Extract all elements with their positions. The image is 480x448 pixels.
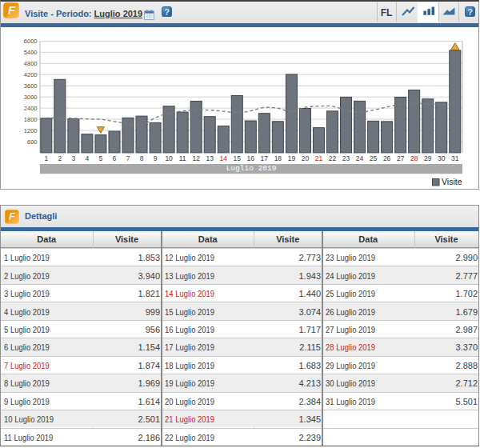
svg-text:11: 11 xyxy=(179,154,186,162)
svg-text:30: 30 xyxy=(438,154,446,162)
svg-text:?: ? xyxy=(467,6,473,16)
svg-text:1800: 1800 xyxy=(24,115,38,122)
svg-text:1200: 1200 xyxy=(24,126,38,134)
svg-text:26: 26 xyxy=(383,154,391,162)
svg-text:3000: 3000 xyxy=(24,94,38,101)
svg-text:6: 6 xyxy=(113,154,117,162)
svg-text:22: 22 xyxy=(329,154,337,162)
svg-text:13: 13 xyxy=(206,154,214,162)
svg-text:Visite: Visite xyxy=(442,177,462,186)
svg-text:31: 31 xyxy=(451,154,459,162)
svg-text:?: ? xyxy=(164,6,170,16)
svg-text:Luglio 2019: Luglio 2019 xyxy=(226,164,277,173)
svg-text:4: 4 xyxy=(86,154,90,162)
svg-text:18: 18 xyxy=(274,154,282,162)
svg-text:21: 21 xyxy=(315,154,323,162)
svg-text:25: 25 xyxy=(370,154,378,162)
svg-text:5400: 5400 xyxy=(24,49,38,56)
svg-text:F: F xyxy=(8,3,16,17)
svg-text:3: 3 xyxy=(72,154,76,162)
svg-text:20: 20 xyxy=(302,154,310,162)
svg-text:2400: 2400 xyxy=(24,104,38,111)
svg-text:F: F xyxy=(9,210,15,222)
svg-text:17: 17 xyxy=(261,154,269,162)
svg-text:16: 16 xyxy=(247,154,255,162)
svg-text:2: 2 xyxy=(58,154,62,162)
svg-text:23: 23 xyxy=(342,154,350,162)
svg-text:12: 12 xyxy=(192,154,200,162)
svg-text:29: 29 xyxy=(424,154,432,162)
svg-text:3600: 3600 xyxy=(24,82,38,90)
svg-text:1: 1 xyxy=(44,154,48,162)
svg-text:14: 14 xyxy=(220,154,228,162)
svg-text:9: 9 xyxy=(154,154,158,162)
svg-text:27: 27 xyxy=(397,154,405,162)
svg-text:4800: 4800 xyxy=(24,60,38,67)
svg-text:15: 15 xyxy=(234,154,242,162)
svg-text:600: 600 xyxy=(27,138,38,145)
svg-text:7: 7 xyxy=(126,154,130,162)
svg-text:10: 10 xyxy=(165,154,173,162)
svg-text:8: 8 xyxy=(140,154,144,162)
svg-text:19: 19 xyxy=(288,154,296,162)
svg-text:24: 24 xyxy=(356,154,364,162)
svg-text:5: 5 xyxy=(99,154,103,162)
svg-text:6000: 6000 xyxy=(24,38,38,45)
svg-text:4200: 4200 xyxy=(24,71,38,78)
svg-text:28: 28 xyxy=(410,154,418,162)
